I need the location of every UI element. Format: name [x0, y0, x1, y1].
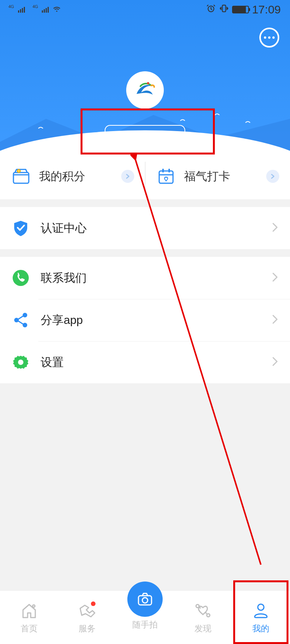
menu-group-1: 认证中心	[0, 207, 290, 249]
svg-rect-6	[162, 169, 164, 172]
phone-icon	[12, 269, 30, 287]
svg-rect-1	[222, 5, 226, 12]
menu-item-share[interactable]: 分享app	[0, 299, 290, 341]
svg-point-4	[17, 169, 20, 172]
nav-label: 随手拍	[132, 619, 158, 631]
app-logo-avatar[interactable]	[126, 71, 164, 109]
chevron-right-icon	[272, 356, 278, 368]
nav-camera[interactable]: 随手拍	[116, 579, 174, 632]
chevron-right-icon	[272, 272, 278, 284]
menu-item-settings[interactable]: 设置	[0, 341, 290, 383]
nav-label: 服务	[79, 623, 96, 634]
chevron-right-icon	[266, 170, 279, 183]
calendar-heart-icon	[156, 166, 176, 187]
nav-label: 首页	[21, 623, 38, 634]
notification-dot-icon	[91, 601, 96, 606]
alarm-icon	[206, 3, 216, 16]
tile-checkin[interactable]: 福气打卡	[145, 153, 290, 199]
battery-icon	[232, 6, 249, 13]
chevron-right-icon	[272, 314, 278, 326]
annotation-box-mine	[233, 580, 288, 644]
status-bar: 4G 4G 17:09	[0, 0, 290, 19]
signal-1-label: 4G	[8, 4, 14, 9]
menu-label: 分享app	[41, 312, 261, 328]
svg-point-2	[147, 82, 149, 84]
vibrate-icon	[219, 3, 229, 16]
profile-header: 登录/注册	[0, 0, 290, 153]
signal-2-label: 4G	[33, 4, 38, 9]
menu-item-auth-center[interactable]: 认证中心	[0, 207, 290, 249]
menu-label: 联系我们	[41, 270, 261, 286]
gear-icon	[12, 353, 30, 371]
camera-icon	[127, 582, 163, 617]
svg-point-9	[14, 318, 19, 322]
annotation-box-login	[81, 108, 215, 154]
quick-tiles: 我的积分 福气打卡	[0, 153, 290, 199]
menu-group-2: 联系我们 分享app 设置	[0, 257, 290, 383]
svg-point-16	[142, 598, 148, 603]
home-icon	[19, 601, 39, 621]
clock-text: 17:09	[252, 3, 281, 16]
menu-label: 认证中心	[41, 220, 261, 236]
menu-item-contact[interactable]: 联系我们	[0, 257, 290, 299]
svg-rect-3	[13, 172, 29, 183]
nav-service[interactable]: 服务	[58, 591, 116, 644]
messages-button[interactable]	[259, 28, 279, 48]
nav-home[interactable]: 首页	[0, 591, 58, 644]
status-left: 4G 4G	[9, 3, 62, 16]
svg-point-14	[33, 605, 35, 607]
signal-bars-1-icon	[18, 7, 25, 13]
nav-discover[interactable]: 发现	[174, 591, 232, 644]
chevron-right-icon	[121, 170, 134, 183]
tile-points[interactable]: 我的积分	[0, 153, 145, 199]
svg-point-18	[207, 614, 210, 617]
shield-check-icon	[12, 219, 30, 237]
svg-rect-7	[168, 169, 170, 172]
chevron-right-icon	[272, 222, 278, 234]
share-icon	[12, 311, 30, 329]
menu-label: 设置	[41, 355, 261, 370]
wallet-icon	[11, 166, 31, 187]
status-right: 17:09	[206, 3, 281, 16]
heart-network-icon	[193, 601, 213, 621]
svg-point-12	[18, 360, 23, 365]
nav-label: 发现	[194, 623, 211, 634]
svg-point-10	[23, 313, 27, 317]
handshake-icon	[77, 601, 97, 621]
svg-point-11	[23, 323, 27, 327]
svg-point-8	[13, 270, 29, 286]
tile-checkin-label: 福气打卡	[184, 169, 259, 184]
tile-points-label: 我的积分	[39, 169, 114, 184]
signal-bars-2-icon	[42, 7, 49, 13]
wifi-icon	[52, 3, 62, 16]
